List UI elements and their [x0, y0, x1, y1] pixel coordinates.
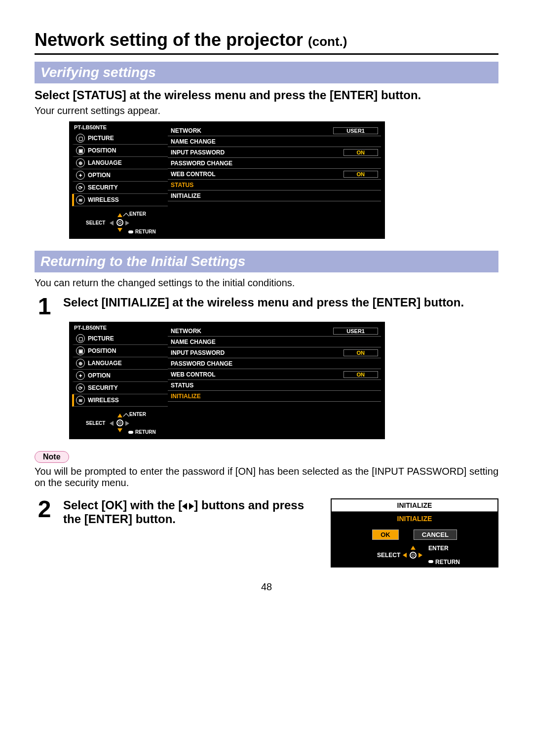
nav-enter-label: ENTER — [129, 211, 146, 217]
row-network-2: NETWORKUSER1 — [168, 326, 381, 337]
nav-select-label: SELECT — [86, 220, 105, 226]
nav-enter-label-2: ENTER — [129, 412, 146, 417]
menu-item-wireless-2: ≋WIRELESS — [72, 394, 168, 407]
row-status-2: STATUS — [168, 380, 381, 391]
step-2-row: 2 Select [OK] with the [] buttons and pr… — [35, 498, 498, 567]
note-block: Note You will be prompted to enter the p… — [35, 451, 498, 489]
row-initialize: INITIALIZE — [168, 190, 381, 201]
dialog-title: INITIALIZE — [332, 499, 497, 512]
arrow-right-icon — [189, 503, 194, 510]
nav-center-icon — [116, 419, 123, 426]
step-2-number: 2 — [35, 498, 54, 529]
arrow-left-icon — [403, 553, 407, 558]
arrow-right-icon — [419, 553, 422, 558]
row-inputpw: INPUT PASSWORDON — [168, 147, 381, 158]
menu-item-picture-2: ▢PICTURE — [72, 333, 168, 345]
arrow-left-icon — [110, 221, 114, 226]
row-webcontrol: WEB CONTROLON — [168, 169, 381, 180]
menu-left-panel-2: PT-LB50NTE ▢PICTURE ▣POSITION ⊕LANGUAGE … — [69, 322, 168, 439]
dialog-nav-hint: ENTER SELECT RETURN — [332, 544, 497, 567]
menu-item-option: ✦OPTION — [72, 169, 168, 182]
dialog-ok-button: OK — [372, 529, 399, 540]
row-status: STATUS — [168, 180, 381, 190]
wireless-icon: ≋ — [76, 396, 85, 405]
dialog-nav-enter: ENTER — [428, 545, 449, 552]
arrow-down-icon — [117, 428, 122, 432]
instruction-status: Select [STATUS] at the wireless menu and… — [35, 88, 498, 102]
nav-center-icon — [116, 219, 123, 226]
step-2: 2 Select [OK] with the [] buttons and pr… — [35, 498, 316, 529]
step-1-number: 1 — [35, 296, 54, 317]
arrow-right-icon — [125, 421, 129, 426]
language-icon: ⊕ — [76, 359, 85, 368]
row-webcontrol-2: WEB CONTROLON — [168, 369, 381, 380]
row-namechange: NAME CHANGE — [168, 136, 381, 147]
arrow-down-icon — [117, 228, 122, 232]
menu-item-security-2: ⟳SECURITY — [72, 382, 168, 394]
row-pwchange: PASSWORD CHANGE — [168, 158, 381, 169]
menu-right-panel: NETWORKUSER1 NAME CHANGE INPUT PASSWORDO… — [168, 121, 385, 239]
menu-right-panel-2: NETWORKUSER1 NAME CHANGE INPUT PASSWORDO… — [168, 322, 385, 439]
section-header-verifying: Verifying settings — [35, 62, 498, 83]
menu-left-panel: PT-LB50NTE ▢PICTURE ▣POSITION ⊕LANGUAGE … — [69, 121, 168, 239]
page-number: 48 — [35, 581, 498, 593]
menu-item-position-2: ▣POSITION — [72, 345, 168, 357]
section-header-returning: Returning to the Initial Settings — [35, 251, 498, 272]
nav-return-label: RETURN — [135, 229, 156, 234]
model-label: PT-LB50NTE — [72, 124, 168, 130]
dialog-cancel-button: CANCEL — [414, 529, 457, 540]
page-title-main: Network setting of the projector — [35, 30, 303, 50]
menu-item-wireless: ≋WIRELESS — [72, 194, 168, 206]
row-network: NETWORKUSER1 — [168, 125, 381, 136]
option-icon: ✦ — [76, 371, 85, 380]
position-icon: ▣ — [76, 146, 85, 155]
menu-screenshot-initialize: PT-LB50NTE ▢PICTURE ▣POSITION ⊕LANGUAGE … — [69, 322, 385, 439]
dialog-buttons: OK CANCEL — [332, 526, 497, 544]
nav-hint: ENTER SELECT RETURN — [72, 210, 168, 235]
model-label-2: PT-LB50NTE — [72, 325, 168, 331]
step-2-text-before: Select [OK] with the [ — [63, 498, 182, 512]
page-title-cont: (cont.) — [308, 34, 347, 49]
page-title: Network setting of the projector (cont.) — [35, 30, 498, 55]
arrow-left-icon — [110, 421, 114, 426]
step-1: 1 Select [INITIALIZE] at the wireless me… — [35, 296, 498, 317]
row-initialize-2: INITIALIZE — [168, 391, 381, 402]
arrow-right-icon — [125, 221, 129, 226]
dialog-sub: INITIALIZE — [332, 512, 497, 526]
position-icon: ▣ — [76, 346, 85, 355]
row-pwchange-2: PASSWORD CHANGE — [168, 358, 381, 369]
nav-return-label-2: RETURN — [135, 429, 156, 435]
row-namechange-2: NAME CHANGE — [168, 337, 381, 347]
menu-item-language: ⊕LANGUAGE — [72, 157, 168, 169]
menu-screenshot-status: PT-LB50NTE ▢PICTURE ▣POSITION ⊕LANGUAGE … — [69, 121, 385, 239]
note-pill: Note — [35, 451, 69, 463]
picture-icon: ▢ — [76, 134, 85, 143]
menu-item-picture: ▢PICTURE — [72, 132, 168, 145]
option-icon: ✦ — [76, 171, 85, 180]
row-inputpw-2: INPUT PASSWORDON — [168, 347, 381, 358]
security-icon: ⟳ — [76, 183, 85, 192]
menu-item-security: ⟳SECURITY — [72, 182, 168, 194]
step-1-text: Select [INITIALIZE] at the wireless menu… — [63, 296, 498, 309]
arrow-up-icon — [411, 546, 416, 550]
initialize-dialog: INITIALIZE INITIALIZE OK CANCEL ENTER SE… — [331, 498, 498, 567]
subtext-status: Your current settings appear. — [35, 105, 498, 116]
language-icon: ⊕ — [76, 158, 85, 167]
arrow-left-icon — [182, 503, 187, 510]
menu-item-option-2: ✦OPTION — [72, 370, 168, 382]
step-2-text: Select [OK] with the [] buttons and pres… — [63, 498, 316, 526]
wireless-icon: ≋ — [76, 195, 85, 204]
picture-icon: ▢ — [76, 334, 85, 343]
intro-returning: You can return the changed settings to t… — [35, 277, 498, 289]
arrow-up-icon — [117, 414, 122, 417]
security-icon: ⟳ — [76, 383, 85, 392]
nav-center-icon — [410, 552, 417, 559]
menu-item-position: ▣POSITION — [72, 145, 168, 157]
arrow-up-icon — [117, 213, 122, 217]
nav-hint-2: ENTER SELECT RETURN — [72, 411, 168, 435]
dialog-nav-return: RETURN — [435, 559, 460, 566]
nav-select-label-2: SELECT — [86, 420, 105, 426]
menu-item-language-2: ⊕LANGUAGE — [72, 357, 168, 370]
note-text: You will be prompted to enter the passwo… — [35, 466, 498, 489]
dialog-nav-select: SELECT — [377, 552, 400, 559]
